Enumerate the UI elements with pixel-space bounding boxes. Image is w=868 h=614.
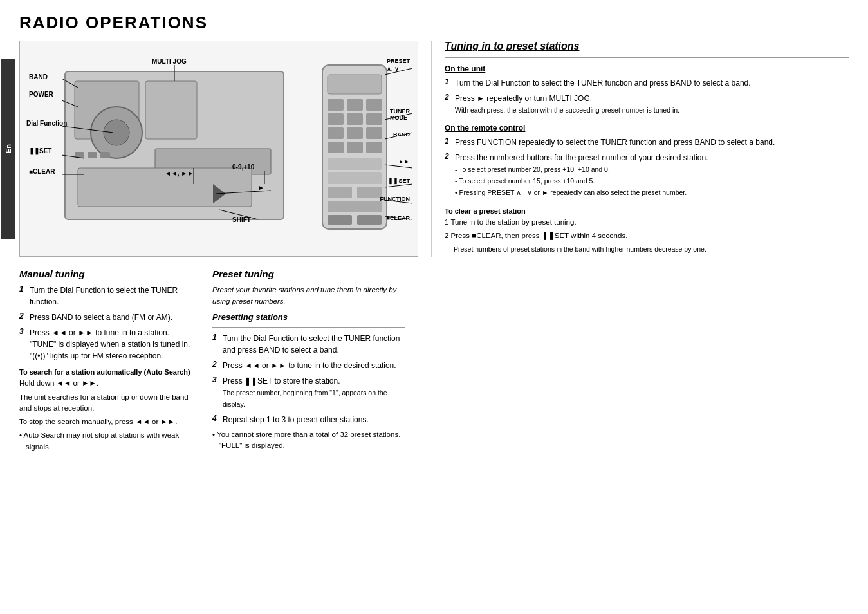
clear-step1: 1 Tune in to the station by preset tunin… [445,217,849,228]
svg-rect-15 [366,99,382,111]
device-diagram [26,55,412,239]
tuning-preset-section: Tuning in to preset stations On the unit… [431,41,849,257]
svg-point-4 [104,120,129,145]
svg-rect-18 [366,113,382,125]
band-rc-label: BAND [393,131,410,138]
clear-preset-label: To clear a preset station [445,207,849,215]
auto-search-label: To search for a station automatically (A… [19,368,199,376]
presetting-stations-title: Presetting stations [212,312,405,322]
preset-label: PRESET∧, ∨ [387,58,410,73]
svg-rect-2 [145,81,197,139]
svg-rect-6 [88,152,97,158]
auto-search-text1: Hold down ◄◄ or ►►. [19,378,199,389]
page-title: RADIO OPERATIONS [19,13,849,33]
svg-rect-27 [328,187,352,198]
dial-function-label: Dial Function [26,120,67,127]
auto-search-bullet1: • Auto Search may not stop at stations w… [19,430,199,452]
svg-rect-23 [347,142,363,153]
right-spacer [418,268,849,454]
zero-nine-label: 0-9,+10 [232,163,254,171]
clear-rc-label: ■CLEAR [387,215,410,221]
rc-step1: 1 Press FUNCTION repeatedly to select th… [445,136,849,148]
clear-step2-sub: Preset numbers of preset stations in the… [445,245,849,255]
tuning-preset-title: Tuning in to preset stations [445,41,849,52]
svg-rect-20 [347,127,363,139]
function-label: FUNCTION [380,196,411,202]
preset-tuning-title: Preset tuning [212,268,405,279]
svg-rect-31 [357,215,382,225]
svg-rect-24 [366,142,382,153]
en-badge: En [1,59,15,239]
svg-line-46 [385,184,412,187]
svg-rect-22 [328,142,344,153]
svg-rect-17 [347,113,363,125]
preset-bullet1: • You cannot store more than a total of … [212,429,405,452]
clear-step2: 2 Press ■CLEAR, then press ❚❚SET within … [445,230,849,241]
band-label: BAND [29,73,48,80]
fwd-rc-label: ►► [398,158,410,165]
manual-tuning-section: Manual tuning 1 Turn the Dial Function t… [19,268,199,454]
svg-line-45 [385,165,412,168]
unit-step1: 1 Turn the Dial Function to select the T… [445,77,849,89]
arrows-lr-label: ◄◄, ►► [165,170,194,177]
power-label: POWER [29,91,53,98]
clear-label: ■CLEAR [29,168,55,175]
unit-step2: 2 Press ► repeatedly or turn MULTI JOG. … [445,93,849,116]
preset-step2: 2 Press ◄◄ or ►► to tune in to the desir… [212,360,405,371]
svg-rect-16 [328,113,344,125]
preset-step1: 1 Turn the Dial Function to select the T… [212,333,405,356]
multi-jog-label: MULTI JOG [152,58,187,65]
diagram-box: BAND POWER Dial Function ❚❚SET ■CLEAR MU… [19,41,418,257]
svg-rect-26 [328,172,382,184]
on-unit-label: On the unit [445,64,849,73]
manual-step2: 2 Press BAND to select a band (FM or AM)… [19,312,199,323]
shift-label: SHIFT [232,216,251,223]
set-rc-label: ❚❚SET [388,178,410,184]
svg-rect-13 [328,99,344,111]
svg-rect-28 [357,187,382,198]
set-label: ❚❚SET [29,147,51,154]
auto-search-text2: The unit searches for a station up or do… [19,392,199,414]
preset-tuning-section: Preset tuning Preset your favorite stati… [212,268,405,454]
svg-rect-21 [366,127,382,139]
svg-rect-14 [347,99,363,111]
svg-rect-7 [100,152,110,158]
auto-search-text3: To stop the search manually, press ◄◄ or… [19,416,199,427]
preset-step3: 3 Press ❚❚SET to store the station. The … [212,375,405,410]
svg-rect-29 [328,201,382,212]
preset-tuning-subtitle: Preset your favorite stations and tune t… [212,284,405,307]
svg-rect-30 [328,215,352,225]
svg-rect-12 [328,75,382,94]
manual-tuning-title: Manual tuning [19,268,199,279]
play-arrow-label: ► [258,184,264,191]
on-remote-label: On the remote control [445,124,849,133]
svg-rect-19 [328,127,344,139]
preset-step4: 4 Repeat step 1 to 3 to preset other sta… [212,414,405,425]
manual-step1: 1 Turn the Dial Function to select the T… [19,284,199,308]
manual-step3: 3 Press ◄◄ or ►► to tune in to a station… [19,327,199,362]
tuner-mode-label: TUNERMODE [390,108,410,121]
rc-step2: 2 Press the numbered buttons for the pre… [445,152,849,198]
svg-rect-25 [328,158,382,170]
